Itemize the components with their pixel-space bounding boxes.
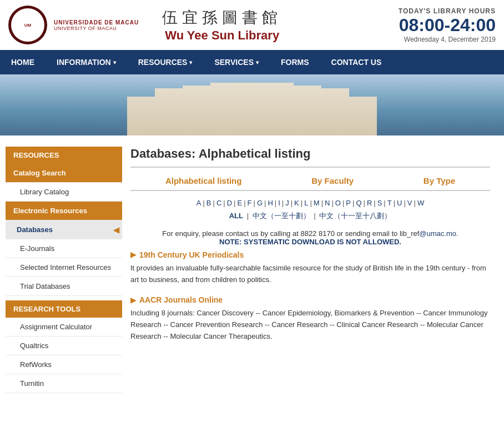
university-name-bottom: UNIVERSITY OF MACAU bbox=[54, 26, 139, 31]
letter-chinese-1-10[interactable]: 中文（一至十劃） bbox=[253, 212, 310, 220]
tab-alphabetical[interactable]: Alphabetical listing bbox=[165, 176, 242, 185]
nav-information[interactable]: INFORMATION ▾ bbox=[46, 50, 127, 74]
notice-text: For enquiry, please contact us by callin… bbox=[162, 229, 419, 238]
information-arrow-icon: ▾ bbox=[113, 59, 116, 66]
sidebar-item-trial-databases[interactable]: Trial Databases bbox=[6, 277, 122, 296]
site-header: UM UNIVERSIDADE DE MACAU UNIVERSITY OF M… bbox=[0, 0, 504, 50]
letter-all[interactable]: ALL bbox=[229, 212, 243, 220]
letter-T[interactable]: T bbox=[387, 199, 392, 207]
db-title-text-1[interactable]: AACR Journals Online bbox=[139, 295, 223, 304]
letter-navigation: A|B|C|D|E|F|G|H|I|J|K|L|M|N|O|P|Q|R|S|T|… bbox=[130, 197, 490, 223]
library-title-block: 伍宜孫圖書館 Wu Yee Sun Library bbox=[162, 7, 282, 43]
sidebar-item-qualtrics[interactable]: Qualtrics bbox=[6, 336, 122, 355]
sidebar-item-assignment-calculator[interactable]: Assignment Calculator bbox=[6, 318, 122, 336]
hours-block: TODAY'S LIBRARY HOURS 08:00-24:00 Wednes… bbox=[399, 7, 496, 43]
letter-M[interactable]: M bbox=[314, 199, 320, 207]
services-arrow-icon: ▾ bbox=[256, 59, 259, 66]
letter-J[interactable]: J bbox=[285, 199, 289, 207]
letter-P[interactable]: P bbox=[346, 199, 351, 207]
listing-tabs: Alphabetical listing By Faculty By Type bbox=[130, 176, 490, 191]
letter-W[interactable]: W bbox=[417, 199, 424, 207]
enquiry-notice: For enquiry, please contact us by callin… bbox=[130, 229, 490, 246]
letter-O[interactable]: O bbox=[335, 199, 341, 207]
notice-period: . bbox=[456, 229, 458, 238]
nav-services[interactable]: SERVICES ▾ bbox=[203, 50, 270, 74]
letter-chinese-11-18[interactable]: 中文（十一至十八劃） bbox=[319, 212, 391, 220]
letter-Q[interactable]: Q bbox=[356, 199, 361, 207]
main-content: RESOURCES Catalog Search Library Catalog… bbox=[0, 135, 504, 404]
hours-date: Wednesday 4, December 2019 bbox=[399, 36, 496, 43]
db-description-1: Including 8 journals: Cancer Discovery -… bbox=[130, 308, 490, 342]
database-title-0[interactable]: ▶ 19th Century UK Periodicals bbox=[130, 250, 490, 259]
db-arrow-icon-1: ▶ bbox=[130, 296, 136, 304]
tab-by-faculty[interactable]: By Faculty bbox=[311, 176, 354, 185]
letter-H[interactable]: H bbox=[268, 199, 273, 207]
main-page-content: Databases: Alphabetical listing Alphabet… bbox=[122, 147, 498, 393]
hours-time: 08:00-24:00 bbox=[399, 15, 496, 36]
letter-E[interactable]: E bbox=[237, 199, 242, 207]
library-title-en: Wu Yee Sun Library bbox=[162, 28, 282, 43]
library-title-zh: 伍宜孫圖書館 bbox=[162, 7, 282, 28]
letter-L[interactable]: L bbox=[304, 199, 308, 207]
sidebar: RESOURCES Catalog Search Library Catalog… bbox=[6, 147, 122, 393]
university-name-top: UNIVERSIDADE DE MACAU bbox=[54, 19, 139, 26]
sidebar-item-turnitin[interactable]: Turnitin bbox=[6, 374, 122, 393]
notice-email[interactable]: @umac.mo bbox=[419, 229, 456, 238]
sidebar-item-library-catalog[interactable]: Library Catalog bbox=[6, 183, 122, 202]
letter-C[interactable]: C bbox=[216, 199, 221, 207]
logo-area: UM UNIVERSIDADE DE MACAU UNIVERSITY OF M… bbox=[8, 6, 282, 44]
hours-label: TODAY'S LIBRARY HOURS bbox=[399, 7, 496, 15]
sidebar-item-ejournals[interactable]: E-Journals bbox=[6, 239, 122, 258]
letter-A[interactable]: A bbox=[196, 199, 201, 207]
main-nav: HOME INFORMATION ▾ RESOURCES ▾ SERVICES … bbox=[0, 50, 504, 74]
sidebar-item-databases[interactable]: Databases bbox=[6, 220, 122, 239]
nav-forms[interactable]: FORMS bbox=[270, 50, 320, 74]
sidebar-research-tools-header: Research Tools bbox=[6, 300, 122, 318]
university-name-block: UNIVERSIDADE DE MACAU UNIVERSITY OF MACA… bbox=[54, 19, 139, 31]
database-entry-1: ▶ AACR Journals Online Including 8 journ… bbox=[130, 295, 490, 342]
db-title-text-0[interactable]: 19th Century UK Periodicals bbox=[139, 250, 244, 259]
letter-G[interactable]: G bbox=[257, 199, 263, 207]
nav-resources[interactable]: RESOURCES ▾ bbox=[127, 50, 204, 74]
database-title-1[interactable]: ▶ AACR Journals Online bbox=[130, 295, 490, 304]
letter-N[interactable]: N bbox=[325, 199, 330, 207]
notice-warning: NOTE: SYSTEMATIC DOWNLOAD IS NOT ALLOWED… bbox=[219, 238, 401, 246]
letter-R[interactable]: R bbox=[367, 199, 372, 207]
hero-building-image bbox=[113, 80, 391, 135]
letter-V[interactable]: V bbox=[407, 199, 412, 207]
university-logo: UM bbox=[8, 6, 47, 44]
sidebar-item-refworks[interactable]: RefWorks bbox=[6, 355, 122, 374]
letter-B[interactable]: B bbox=[206, 199, 211, 207]
sidebar-resources-header: RESOURCES bbox=[6, 147, 122, 164]
letter-D[interactable]: D bbox=[227, 199, 232, 207]
database-entry-0: ▶ 19th Century UK Periodicals It provide… bbox=[130, 250, 490, 286]
db-arrow-icon-0: ▶ bbox=[130, 250, 136, 259]
db-description-0: It provides an invaluable fully-searchab… bbox=[130, 263, 490, 286]
sidebar-item-selected-internet[interactable]: Selected Internet Resources bbox=[6, 258, 122, 277]
tab-by-type[interactable]: By Type bbox=[424, 176, 455, 185]
sidebar-item-catalog-search[interactable]: Catalog Search bbox=[6, 164, 122, 183]
letter-I[interactable]: I bbox=[278, 199, 280, 207]
sidebar-item-electronic-resources[interactable]: Electronic Resources bbox=[6, 202, 122, 220]
nav-home[interactable]: HOME bbox=[0, 50, 46, 74]
page-title: Databases: Alphabetical listing bbox=[130, 147, 490, 168]
letter-S[interactable]: S bbox=[377, 199, 382, 207]
resources-arrow-icon: ▾ bbox=[189, 59, 192, 66]
letter-F[interactable]: F bbox=[248, 199, 252, 207]
letter-K[interactable]: K bbox=[294, 199, 299, 207]
nav-contact-us[interactable]: CONTACT US bbox=[320, 50, 393, 74]
logo-seal-text: UM bbox=[24, 23, 31, 28]
hero-banner bbox=[0, 74, 504, 135]
letter-U[interactable]: U bbox=[397, 199, 402, 207]
